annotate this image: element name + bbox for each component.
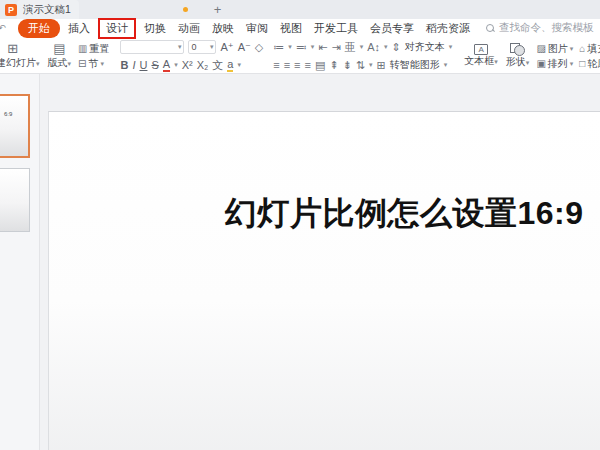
align-right-icon[interactable]: ≡: [294, 59, 300, 71]
wps-presentation-window: P 演示文稿1 + ↶ 开始 插入 设计 切换 动画 放映 审阅 视图 开发工具…: [0, 0, 600, 450]
picture-button[interactable]: ▨ 图片 ▾: [536, 42, 573, 55]
chevron-down-icon: ▾: [178, 43, 182, 51]
chevron-down-icon: ▾: [369, 61, 373, 69]
decrease-indent-icon[interactable]: ⇤: [318, 41, 327, 54]
fill-button[interactable]: ⌂ 填充 ▾: [579, 42, 600, 55]
design-tab-highlight-box: 设计: [98, 18, 136, 39]
strikethrough-button[interactable]: S: [151, 59, 158, 72]
distribute-icon[interactable]: ▤: [315, 59, 325, 72]
outline-icon: □: [579, 57, 585, 70]
numbering-icon[interactable]: ≕: [296, 41, 307, 54]
tab-home[interactable]: 开始: [18, 19, 60, 38]
section-icon: ⊟: [78, 57, 86, 70]
space-before-icon[interactable]: ⇞: [329, 59, 338, 72]
character-rotate-icon[interactable]: A↕: [367, 41, 380, 53]
slide-page[interactable]: 幻灯片比例怎么设置16:9: [48, 111, 600, 450]
smart-graphic-label[interactable]: 转智能图形: [390, 58, 440, 72]
superscript-button[interactable]: X²: [182, 59, 193, 72]
slide-thumbnail-1-selected[interactable]: 6:9: [0, 94, 30, 158]
new-slide-button[interactable]: ⊞ 新建幻灯片▾: [0, 39, 44, 73]
editing-canvas[interactable]: 幻灯片比例怎么设置16:9: [40, 74, 600, 450]
font-group: ▾ 0 ▾ A⁺ A⁻ ◇ B I U S A ▾ X² X₂ 文 a: [118, 39, 265, 73]
search-icon: [486, 24, 495, 33]
thumbnail-text: 6:9: [4, 111, 12, 117]
wps-logo-icon: P: [5, 4, 17, 16]
tab-animation[interactable]: 动画: [172, 20, 206, 37]
workspace: 6:9 幻灯片比例怎么设置16:9: [0, 74, 600, 450]
tab-review[interactable]: 审阅: [240, 20, 274, 37]
new-slide-label: 新建幻灯片: [0, 57, 36, 68]
increase-indent-icon[interactable]: ⇥: [332, 41, 341, 54]
slide-thumbnail-panel[interactable]: 6:9: [0, 74, 40, 450]
align-left-icon[interactable]: ≡: [273, 59, 279, 71]
font-color-button[interactable]: A: [163, 59, 170, 72]
chevron-down-icon: ▾: [570, 42, 574, 55]
tab-developer[interactable]: 开发工具: [308, 20, 364, 37]
text-box-button[interactable]: A 文本框▾: [460, 39, 502, 73]
shapes-button[interactable]: 形状▾: [502, 39, 534, 73]
outline-label: 轮廓: [587, 57, 600, 70]
undo-icon[interactable]: ↶: [0, 23, 14, 33]
text-box-label: 文本框: [464, 55, 494, 66]
layout-button[interactable]: ▤ 版式▾: [44, 39, 76, 73]
text-direction-icon[interactable]: 亜: [345, 40, 356, 55]
paragraph-group: ≔ ▾ ≕ ▾ ⇤ ⇥ 亜 ▾ A↕ ▾ ⇕ 对齐文本 ▾ ≡ ≡ ≡ ≡ ▤ …: [271, 39, 454, 73]
chevron-down-icon: ▾: [288, 43, 292, 51]
slide-title-text[interactable]: 幻灯片比例怎么设置16:9: [225, 192, 584, 236]
search-placeholder: 查找命令、搜索模板: [499, 21, 594, 35]
tab-view[interactable]: 视图: [274, 20, 308, 37]
text-box-icon: A: [474, 44, 488, 55]
chevron-down-icon: ▾: [494, 58, 498, 65]
slide-thumbnail-2[interactable]: [0, 168, 30, 232]
increase-font-button[interactable]: A⁺: [220, 41, 233, 54]
justify-icon[interactable]: ≡: [305, 59, 311, 71]
reset-button[interactable]: ▥ 重置: [78, 42, 109, 55]
layout-label: 版式: [48, 57, 68, 68]
ribbon-toolbar: ⊡ 粘贴▾ ⊞ 新建幻灯片▾ ▤ 版式▾ ▥ 重置 ⊟ 节 ▾: [0, 37, 600, 74]
chevron-down-icon: ▾: [449, 43, 453, 51]
align-text-icon[interactable]: ⇕: [392, 41, 401, 54]
tab-design[interactable]: 设计: [103, 20, 131, 37]
fill-label: 填充: [587, 42, 600, 55]
shapes-icon: [510, 43, 525, 56]
text-effect-button[interactable]: 文: [212, 59, 223, 72]
tab-insert[interactable]: 插入: [62, 20, 96, 37]
highlight-pen-button[interactable]: a: [227, 59, 233, 72]
italic-button[interactable]: I: [132, 59, 135, 72]
chevron-down-icon: ▾: [311, 43, 315, 51]
chevron-down-icon: ▾: [360, 43, 364, 51]
tab-docer-resources[interactable]: 稻壳资源: [420, 20, 476, 37]
command-search-box[interactable]: 查找命令、搜索模板: [486, 21, 594, 35]
fill-icon: ⌂: [579, 42, 585, 55]
align-center-icon[interactable]: ≡: [284, 59, 290, 71]
layout-icon: ▤: [53, 42, 65, 57]
smart-graphic-icon[interactable]: ⊞: [377, 59, 386, 72]
outline-button[interactable]: □ 轮廓 ▾: [579, 57, 600, 70]
document-tab-title: 演示文稿1: [23, 3, 71, 17]
bullets-icon[interactable]: ≔: [273, 41, 284, 54]
section-button[interactable]: ⊟ 节 ▾: [78, 57, 109, 70]
bold-button[interactable]: B: [120, 59, 128, 72]
chevron-down-icon: ▾: [444, 61, 448, 69]
space-after-icon[interactable]: ⇟: [343, 59, 352, 72]
section-label: 节: [88, 57, 98, 70]
clear-format-icon[interactable]: ◇: [255, 41, 263, 54]
document-tab[interactable]: 演示文稿1: [17, 0, 79, 19]
underline-button[interactable]: U: [140, 59, 148, 72]
font-size-select[interactable]: 0 ▾: [188, 40, 216, 54]
tab-slideshow[interactable]: 放映: [206, 20, 240, 37]
titlebar: P 演示文稿1 +: [0, 0, 600, 19]
line-spacing-icon[interactable]: ⇅: [356, 59, 365, 72]
font-name-select[interactable]: ▾: [120, 40, 184, 54]
decrease-font-button[interactable]: A⁻: [238, 41, 251, 54]
subscript-button[interactable]: X₂: [197, 59, 209, 72]
align-text-label[interactable]: 对齐文本: [405, 40, 445, 54]
chevron-down-icon: ▾: [384, 43, 388, 51]
reset-label: 重置: [89, 42, 109, 55]
tab-transition[interactable]: 切换: [138, 20, 172, 37]
picture-label: 图片: [548, 42, 568, 55]
arrange-button[interactable]: ▣ 排列 ▾: [536, 57, 573, 70]
chevron-down-icon: ▾: [526, 59, 530, 66]
tab-membership[interactable]: 会员专享: [364, 20, 420, 37]
new-tab-button[interactable]: +: [214, 3, 222, 16]
